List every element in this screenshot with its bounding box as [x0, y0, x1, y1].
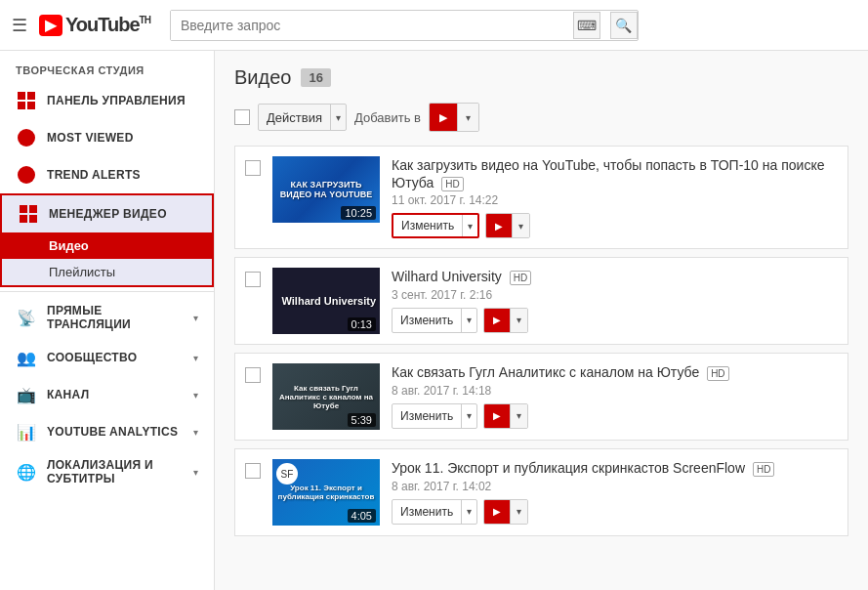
search-icons: ⌨ 🔍 [573, 12, 638, 39]
play-btn-v4: ▶ ▾ [483, 499, 528, 525]
actions-dropdown[interactable]: Действия ▾ [258, 104, 347, 131]
broadcast-icon: 📡 [16, 307, 37, 328]
play-sm-v3[interactable]: ▶ [484, 404, 510, 428]
hd-badge-v1: HD [441, 177, 463, 191]
video-thumb-v1: КАК ЗАГРУЗИТЬ ВИДЕО НА YOUTUBE 10:25 [272, 156, 380, 223]
video-title-v4: Урок 11. Экспорт и публикация скринкасто… [392, 459, 838, 477]
sidebar-item-locale[interactable]: 🌐 ЛОКАЛИЗАЦИЯ И СУБТИТРЫ ▾ [0, 450, 214, 493]
edit-button-v2[interactable]: Изменить ▾ [392, 308, 477, 333]
video-checkbox-v4[interactable] [245, 463, 261, 479]
search-button[interactable]: 🔍 [610, 12, 638, 39]
play-sm-icon-v4: ▶ [493, 506, 501, 517]
sidebar-item-community[interactable]: 👥 СООБЩЕСТВО ▾ [0, 339, 214, 376]
analytics-icon: 📊 [16, 421, 37, 442]
play-sm-v1[interactable]: ▶ [486, 214, 512, 237]
grid-icon-video-manager [18, 203, 39, 225]
sidebar-label-video-manager: МЕНЕДЖЕР ВИДЕО [49, 207, 167, 221]
play-btn-v1: ▶ ▾ [485, 213, 530, 238]
yt-play-icon: ▶ [39, 15, 62, 36]
sidebar-label-channel: КАНАЛ [47, 388, 89, 401]
sidebar-label-locale: ЛОКАЛИЗАЦИЯ И СУБТИТРЫ [47, 458, 184, 485]
thumb-duration-v1: 10:25 [341, 206, 376, 220]
sidebar-item-dashboard[interactable]: ПАНЕЛЬ УПРАВЛЕНИЯ [0, 82, 214, 119]
locale-icon: 🌐 [16, 461, 37, 483]
youtube-logo: ▶ YouTubeTH [39, 14, 150, 36]
video-date-v2: 3 сент. 2017 г. 2:16 [392, 288, 838, 302]
play-sm-arrow-v2[interactable]: ▾ [510, 309, 527, 332]
divider-1 [0, 291, 214, 292]
video-info-v2: Wilhard University HD 3 сент. 2017 г. 2:… [392, 268, 838, 332]
thumb-duration-v3: 5:39 [348, 413, 376, 427]
hd-badge-v3: HD [707, 366, 728, 381]
video-title-v2: Wilhard University HD [392, 268, 838, 285]
edit-label-v1: Изменить [393, 219, 462, 232]
play-sm-arrow-v1[interactable]: ▾ [512, 214, 529, 237]
eye-icon-trend-alerts [16, 164, 37, 186]
play-sm-arrow-v3[interactable]: ▾ [510, 404, 527, 428]
video-date-v3: 8 авг. 2017 г. 14:18 [392, 384, 838, 398]
layout: ТВОРЧЕСКАЯ СТУДИЯ ПАНЕЛЬ УПРАВЛЕНИЯ MOST… [0, 51, 868, 590]
add-to-text: Добавить в [354, 110, 421, 125]
sidebar-section-title: ТВОРЧЕСКАЯ СТУДИЯ [0, 51, 214, 82]
video-checkbox-v3[interactable] [245, 367, 261, 383]
play-sm-arrow-v4[interactable]: ▾ [510, 500, 527, 524]
thumb-duration-v2: 0:13 [348, 317, 376, 331]
sidebar-item-live[interactable]: 📡 ПРЯМЫЕ ТРАНСЛЯЦИИ ▾ [0, 296, 214, 339]
video-item-v1: КАК ЗАГРУЗИТЬ ВИДЕО НА YOUTUBE 10:25 Как… [234, 146, 848, 249]
video-date-v1: 11 окт. 2017 г. 14:22 [392, 193, 838, 207]
select-all-checkbox[interactable] [234, 109, 250, 125]
play-sm-icon-v1: ▶ [495, 221, 503, 232]
toolbar-play-group: ▶ ▾ [429, 103, 479, 132]
menu-icon[interactable]: ☰ [12, 15, 27, 36]
sidebar-item-channel[interactable]: 📺 КАНАЛ ▾ [0, 376, 214, 413]
sidebar-item-trend-alerts[interactable]: TREND ALERTS [0, 156, 214, 193]
edit-button-v1[interactable]: Изменить ▾ [392, 213, 479, 238]
video-thumb-v2: Wilhard University 0:13 [272, 268, 380, 334]
main-content: Видео 16 Действия ▾ Добавить в ▶ ▾ КАК З… [215, 51, 868, 590]
edit-button-v3[interactable]: Изменить ▾ [392, 403, 477, 429]
chevron-analytics: ▾ [193, 427, 198, 438]
play-sm-v4[interactable]: ▶ [484, 500, 510, 524]
edit-button-v4[interactable]: Изменить ▾ [392, 499, 477, 525]
edit-arrow-v4: ▾ [461, 500, 476, 524]
video-actions-v4: Изменить ▾ ▶ ▾ [392, 499, 838, 525]
chevron-channel: ▾ [193, 390, 198, 400]
video-checkbox-v2[interactable] [245, 272, 261, 287]
chevron-live: ▾ [193, 313, 198, 323]
video-title-v1: Как загрузить видео на YouTube, чтобы по… [392, 156, 838, 191]
sidebar-label-community: СООБЩЕСТВО [47, 351, 137, 364]
edit-arrow-v1: ▾ [462, 215, 477, 236]
actions-arrow-icon: ▾ [330, 105, 346, 130]
sidebar-sub-playlists[interactable]: Плейлисты [2, 259, 212, 285]
video-count-badge: 16 [301, 68, 330, 87]
video-checkbox-v1[interactable] [245, 160, 261, 176]
sidebar-item-video-manager[interactable]: МЕНЕДЖЕР ВИДЕО [2, 195, 212, 232]
video-item-v3: Как связать Гугл Аналитикс с каналом на … [234, 353, 848, 441]
video-actions-v3: Изменить ▾ ▶ ▾ [392, 403, 838, 429]
search-bar: ⌨ 🔍 [170, 10, 639, 41]
sidebar-item-most-viewed[interactable]: MOST VIEWED [0, 119, 214, 156]
play-sm-icon-v3: ▶ [493, 410, 501, 421]
toolbar-play-arrow[interactable]: ▾ [457, 104, 478, 131]
sidebar-video-manager-section: МЕНЕДЖЕР ВИДЕО Видео Плейлисты [0, 193, 214, 287]
edit-label-v3: Изменить [393, 409, 461, 423]
sidebar-label-dashboard: ПАНЕЛЬ УПРАВЛЕНИЯ [47, 94, 186, 107]
search-input[interactable] [171, 11, 565, 40]
edit-label-v4: Изменить [393, 505, 461, 519]
toolbar-play-button[interactable]: ▶ [430, 104, 457, 131]
chevron-community: ▾ [193, 353, 198, 363]
sidebar-item-analytics[interactable]: 📊 YOUTUBE ANALYTICS ▾ [0, 413, 214, 450]
play-sm-v2[interactable]: ▶ [484, 309, 510, 332]
video-title-v3: Как связать Гугл Аналитикс с каналом на … [392, 363, 838, 381]
edit-arrow-v2: ▾ [461, 309, 476, 332]
sidebar-label-analytics: YOUTUBE ANALYTICS [47, 425, 178, 439]
hd-badge-v2: HD [510, 271, 531, 285]
play-sm-icon-v2: ▶ [493, 315, 501, 325]
play-icon: ▶ [439, 111, 447, 124]
header: ☰ ▶ YouTubeTH ⌨ 🔍 [0, 0, 868, 51]
sidebar-label-trend-alerts: TREND ALERTS [47, 168, 141, 182]
keyboard-icon[interactable]: ⌨ [573, 12, 600, 39]
play-btn-v3: ▶ ▾ [483, 403, 528, 429]
video-item-v4: SF Урок 11. Экспорт и публикация скринка… [234, 448, 848, 536]
sidebar-sub-videos[interactable]: Видео [2, 232, 212, 259]
